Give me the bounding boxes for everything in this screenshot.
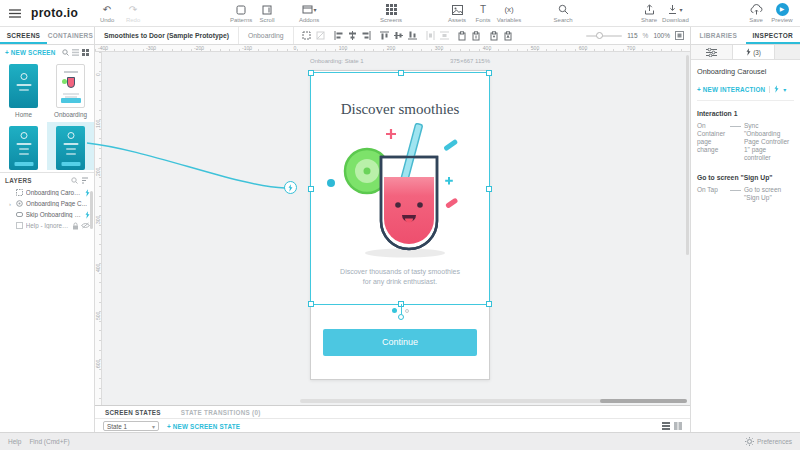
chevron-down-icon: ▾ xyxy=(152,423,155,430)
align-left-icon[interactable] xyxy=(334,31,343,40)
tab-libraries[interactable]: LIBRARIES xyxy=(691,27,746,44)
layer-row-help[interactable]: Help - Ignore me xyxy=(0,220,94,231)
save-button[interactable]: Save xyxy=(743,4,769,23)
align-top-icon[interactable] xyxy=(380,31,389,40)
screen-title-text[interactable]: Discover smoothies xyxy=(311,101,489,118)
search-button[interactable]: Search xyxy=(550,4,576,23)
align-right-icon[interactable] xyxy=(362,31,371,40)
list-layout-icon[interactable] xyxy=(662,422,670,430)
screen-tile-signup[interactable] xyxy=(47,122,94,170)
redo-icon: ↷ xyxy=(129,4,137,16)
rotate-handle[interactable] xyxy=(398,314,404,320)
paste-style-icon[interactable] xyxy=(472,31,481,41)
layers-scrollbar[interactable] xyxy=(90,191,93,229)
carousel-page-dots[interactable] xyxy=(311,308,489,313)
menu-icon[interactable] xyxy=(9,9,21,18)
distribute-horizontal-icon[interactable] xyxy=(426,31,435,40)
new-screen-button[interactable]: + NEW SCREEN xyxy=(5,49,56,56)
zoom-slider-knob[interactable] xyxy=(596,32,603,39)
help-link[interactable]: Help xyxy=(8,438,21,445)
chevron-down-icon[interactable]: ▾ xyxy=(783,86,786,93)
screen-tile-onboarding[interactable]: Onboarding xyxy=(47,60,94,122)
continue-button[interactable]: Continue xyxy=(323,329,477,356)
variables-button[interactable]: (x) Variables xyxy=(496,4,522,23)
screens-button[interactable]: Screens xyxy=(378,4,404,23)
distribute-vertical-icon[interactable] xyxy=(440,31,449,40)
design-canvas[interactable]: -400 -300 -200 -100 0 100 200 300 400 50… xyxy=(95,45,690,405)
zoom-fit-icon[interactable] xyxy=(675,31,684,40)
tab-inspector[interactable]: INSPECTOR xyxy=(746,27,800,44)
interactions-subtab[interactable]: (3) xyxy=(733,45,775,59)
state-select-dropdown[interactable]: State 1 ▾ xyxy=(103,421,159,431)
resize-handle-sw[interactable] xyxy=(308,301,314,307)
layer-row-skip-button[interactable]: Skip Onboarding bu... xyxy=(0,209,94,220)
new-screen-state-button[interactable]: + NEW SCREEN STATE xyxy=(167,423,240,430)
paste-interactions-icon[interactable] xyxy=(504,31,513,41)
gear-icon xyxy=(745,437,754,446)
column-layout-icon[interactable] xyxy=(674,422,682,430)
onboarding-screen[interactable]: Discover smoothies xyxy=(310,70,490,380)
find-shortcut-label[interactable]: Find (Cmd+F) xyxy=(29,438,69,445)
tab-state-transitions[interactable]: STATE TRANSITIONS (0) xyxy=(171,406,271,418)
search-icon[interactable] xyxy=(71,177,78,184)
tab-screen-states[interactable]: SCREEN STATES xyxy=(95,406,171,418)
resize-handle-ne[interactable] xyxy=(486,70,492,76)
zoom-100-button[interactable]: 100% xyxy=(653,32,670,39)
list-view-icon[interactable] xyxy=(72,49,79,56)
tab-screen-onboarding[interactable]: Onboarding xyxy=(239,27,294,44)
resize-handle-e[interactable] xyxy=(486,186,492,192)
align-center-horizontal-icon[interactable] xyxy=(348,31,357,40)
screen-tile-3[interactable] xyxy=(0,122,47,170)
layer-row-onboarding-carousel[interactable]: Onboarding Carousel xyxy=(0,187,94,198)
copy-style-icon[interactable] xyxy=(458,31,467,41)
zoom-slider[interactable] xyxy=(586,35,622,37)
select-tool-icon[interactable] xyxy=(302,31,311,40)
copy-interactions-icon[interactable] xyxy=(490,31,499,41)
tab-containers[interactable]: CONTAINERS xyxy=(47,27,94,44)
preferences-link[interactable]: Preferences xyxy=(757,438,792,445)
download-button[interactable]: ▾ Download xyxy=(662,4,689,23)
page-dot[interactable] xyxy=(405,309,409,313)
resize-handle-s[interactable] xyxy=(398,301,404,307)
canvas-horizontal-scrollbar[interactable] xyxy=(300,399,687,403)
smoothie-illustration[interactable] xyxy=(315,123,485,261)
resize-handle-nw[interactable] xyxy=(308,70,314,76)
screen-tile-home[interactable]: Home xyxy=(0,60,47,122)
align-middle-icon[interactable] xyxy=(394,31,403,40)
tab-project[interactable]: Smoothies to Door (Sample Prototype) xyxy=(95,27,239,44)
resize-handle-n[interactable] xyxy=(398,70,404,76)
addons-button[interactable]: ▾ Addons xyxy=(296,4,322,23)
resize-handle-se[interactable] xyxy=(486,301,492,307)
tab-screens[interactable]: SCREENS xyxy=(0,27,47,44)
expand-chevron-icon[interactable]: › xyxy=(9,201,13,207)
search-icon[interactable] xyxy=(62,49,69,56)
fonts-button[interactable]: T Fonts xyxy=(470,4,496,23)
interaction-row[interactable]: On Container page change Sync "Onboardin… xyxy=(697,122,794,162)
grid-view-icon[interactable] xyxy=(82,49,89,56)
share-button[interactable]: Share xyxy=(636,4,662,23)
resize-handle-w[interactable] xyxy=(308,186,314,192)
page-dot-active[interactable] xyxy=(392,308,397,313)
interaction-row[interactable]: On Tap Go to screen "Sign Up" xyxy=(697,186,794,202)
screen-description-text[interactable]: Discover thousands of tasty smoothies fo… xyxy=(311,267,489,286)
container-layer-icon xyxy=(16,189,23,196)
layer-row-page-controller[interactable]: › Onboarding Page C... xyxy=(0,198,94,209)
transform-tool-icon[interactable] xyxy=(316,31,325,40)
align-bottom-icon[interactable] xyxy=(408,31,417,40)
sort-layers-icon[interactable] xyxy=(81,177,89,184)
canvas-vertical-scrollbar[interactable] xyxy=(686,55,689,255)
undo-button[interactable]: ↶ Undo xyxy=(94,4,120,23)
preview-button[interactable]: ▶ Preview xyxy=(769,4,795,23)
scrollbar-thumb[interactable] xyxy=(600,399,687,403)
new-interaction-button[interactable]: + NEW INTERACTION xyxy=(697,86,765,93)
redo-button[interactable]: ↷ Redo xyxy=(120,4,146,23)
sliders-icon xyxy=(706,48,717,57)
zoom-value[interactable]: 115 xyxy=(627,32,637,39)
scroll-button[interactable]: Scroll xyxy=(254,4,280,23)
interaction-anchor[interactable] xyxy=(284,181,297,194)
lock-icon[interactable] xyxy=(72,222,79,230)
properties-subtab[interactable] xyxy=(691,45,733,59)
patterns-button[interactable]: Patterns xyxy=(228,4,254,23)
hidden-eye-icon[interactable] xyxy=(81,222,90,229)
assets-button[interactable]: Assets xyxy=(444,4,470,23)
